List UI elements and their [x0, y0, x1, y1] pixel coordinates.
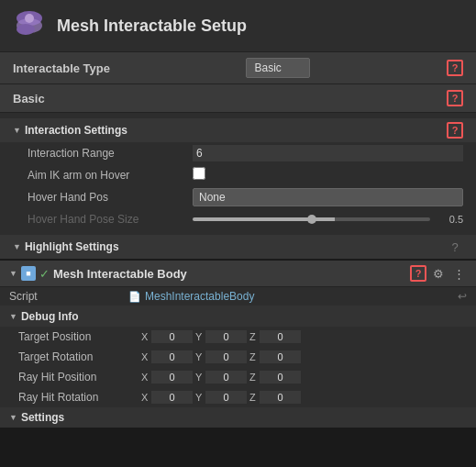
settings-label: Settings [21, 411, 64, 424]
x-axis-label-tr: X [141, 351, 149, 362]
ray-hit-rotation-fields: X Y Z [141, 391, 467, 404]
aim-ik-value [193, 167, 463, 183]
cube-icon: ■ [21, 266, 36, 281]
interaction-range-row: Interaction Range [0, 142, 476, 164]
bottom-panel-title: Mesh Interactable Body [53, 267, 406, 281]
ray-hit-position-z[interactable] [260, 371, 301, 384]
settings-triangle-icon: ▼ [9, 413, 17, 422]
basic-label: Basic [13, 92, 45, 106]
z-axis-label-tp: Z [249, 331, 257, 342]
aim-ik-label: Aim IK arm on Hover [28, 169, 193, 182]
interaction-settings-title-container: ▼ Interaction Settings [13, 124, 127, 137]
hover-hand-pos-select[interactable]: None Custom [193, 188, 463, 206]
hover-hand-pose-size-label: Hover Hand Pose Size [28, 213, 193, 226]
target-position-row: Target Position X Y Z [0, 327, 476, 347]
target-rotation-y[interactable] [205, 350, 247, 363]
basic-help-btn[interactable]: ? [447, 90, 463, 106]
interaction-settings-header: ▼ Interaction Settings ? [0, 118, 476, 142]
interaction-range-input[interactable] [193, 145, 463, 161]
ray-hit-position-fields: X Y Z [141, 371, 467, 384]
bottom-triangle-icon: ▼ [9, 269, 17, 278]
target-position-x[interactable] [151, 330, 193, 343]
debug-info-header: ▼ Debug Info [0, 306, 476, 327]
highlight-settings-title-container: ▼ Highlight Settings [13, 240, 119, 253]
hover-hand-pos-row: Hover Hand Pos None Custom [0, 185, 476, 209]
hover-hand-pose-size-row: Hover Hand Pose Size 0.5 [0, 209, 476, 229]
highlight-help-btn[interactable]: ? [447, 239, 463, 255]
ray-hit-rotation-label: Ray Hit Rotation [18, 391, 138, 404]
panel-header: Mesh Interactable Setup [0, 0, 476, 52]
interaction-range-label: Interaction Range [28, 147, 193, 160]
z-axis-label-rr: Z [249, 392, 257, 403]
debug-triangle-icon: ▼ [9, 312, 17, 321]
ray-hit-position-label: Ray Hit Position [18, 371, 138, 384]
z-axis-label-tr: Z [249, 351, 257, 362]
highlight-settings-label: Highlight Settings [25, 240, 119, 253]
top-panel: Mesh Interactable Setup Interactable Typ… [0, 0, 476, 261]
slider-container: 0.5 [193, 214, 463, 225]
aim-ik-row: Aim IK arm on Hover [0, 164, 476, 185]
interactable-type-row: Interactable Type Basic ? [0, 52, 476, 84]
script-file-icon: 📄 [128, 291, 141, 303]
script-row: Script 📄 MeshInteractableBody ↩ [0, 287, 476, 306]
hover-hand-pose-size-slider[interactable] [193, 217, 430, 221]
ray-hit-rotation-z[interactable] [260, 391, 301, 404]
y-axis-label-rr: Y [195, 392, 203, 403]
interaction-settings-help-btn[interactable]: ? [447, 122, 463, 139]
interactable-type-dropdown-container: Basic [246, 58, 310, 78]
interactable-type-label: Interactable Type [13, 61, 110, 75]
target-rotation-row: Target Rotation X Y Z [0, 347, 476, 367]
settings-header: ▼ Settings [0, 407, 476, 428]
panel-title: Mesh Interactable Setup [57, 17, 247, 36]
svg-point-3 [25, 14, 34, 23]
target-position-z[interactable] [260, 330, 301, 343]
interaction-settings: ▼ Interaction Settings ? Interaction Ran… [0, 113, 476, 235]
target-rotation-label: Target Rotation [18, 350, 138, 363]
triangle-icon: ▼ [13, 126, 21, 135]
x-axis-label-rp: X [141, 372, 149, 383]
menu-icon-btn[interactable]: ⋮ [450, 265, 467, 282]
script-label: Script [9, 290, 128, 303]
highlight-settings-header: ▼ Highlight Settings ? [0, 235, 476, 259]
bottom-help-btn[interactable]: ? [410, 265, 426, 282]
ray-hit-rotation-x[interactable] [151, 391, 193, 404]
target-rotation-x[interactable] [151, 350, 193, 363]
bottom-header-icons: ? ⚙ ⋮ [410, 265, 467, 282]
ray-hit-position-x[interactable] [151, 371, 193, 384]
ray-hit-position-row: Ray Hit Position X Y Z [0, 367, 476, 387]
script-value: 📄 MeshInteractableBody ↩ [128, 290, 467, 303]
y-axis-label-rp: Y [195, 372, 203, 383]
interactable-type-select[interactable]: Basic [246, 58, 310, 78]
debug-info-label: Debug Info [21, 310, 79, 323]
hover-hand-pose-size-value: 0.5 [193, 214, 463, 225]
highlight-triangle-icon: ▼ [13, 242, 21, 251]
interaction-settings-label: Interaction Settings [25, 124, 127, 137]
interactable-type-help-btn[interactable]: ? [447, 60, 463, 76]
y-axis-label-tp: Y [195, 331, 203, 342]
checkmark-icon: ✓ [39, 267, 50, 281]
x-axis-label-rr: X [141, 392, 149, 403]
z-axis-label-rp: Z [249, 372, 257, 383]
target-position-y[interactable] [205, 330, 247, 343]
settings-icon-btn[interactable]: ⚙ [430, 265, 447, 282]
slider-value-display: 0.5 [437, 214, 463, 225]
target-position-label: Target Position [18, 330, 138, 343]
hover-hand-pos-value: None Custom [193, 188, 463, 206]
target-position-fields: X Y Z [141, 330, 467, 343]
interaction-range-value [193, 145, 463, 161]
y-axis-label-tr: Y [195, 351, 203, 362]
target-rotation-fields: X Y Z [141, 350, 467, 363]
bottom-panel-header: ▼ ■ ✓ Mesh Interactable Body ? ⚙ ⋮ [0, 261, 476, 287]
mesh-icon [13, 9, 46, 42]
ray-hit-rotation-row: Ray Hit Rotation X Y Z [0, 387, 476, 407]
script-name: MeshInteractableBody [145, 290, 254, 303]
target-rotation-z[interactable] [260, 350, 301, 363]
ray-hit-rotation-y[interactable] [205, 391, 247, 404]
basic-section: Basic ? [0, 84, 476, 113]
hover-hand-pos-label: Hover Hand Pos [28, 191, 193, 204]
bottom-panel: ▼ ■ ✓ Mesh Interactable Body ? ⚙ ⋮ Scrip… [0, 261, 476, 428]
script-arrow-icon: ↩ [458, 290, 467, 303]
aim-ik-checkbox[interactable] [193, 167, 205, 180]
ray-hit-position-y[interactable] [205, 371, 247, 384]
x-axis-label-tp: X [141, 331, 149, 342]
